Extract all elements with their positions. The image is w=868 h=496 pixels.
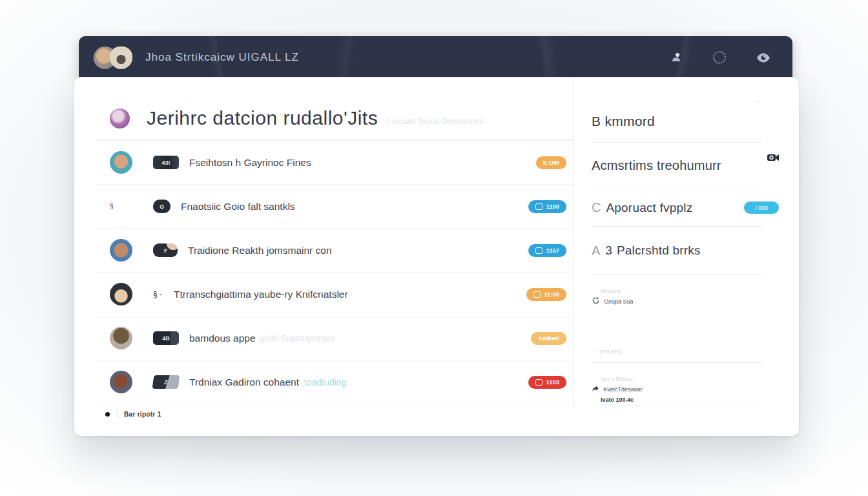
camera-icon[interactable] [767, 152, 780, 165]
user-icon[interactable] [668, 51, 683, 64]
avatar[interactable] [110, 151, 132, 174]
side-panel: → B kmmord Acmsrtims treohumurr C Aporua… [574, 78, 787, 407]
page-title-row: Jerihrc datcion rudallo'Jits i sacamt ih… [96, 78, 574, 140]
row-badge-icon: ⊙ [153, 200, 170, 213]
panel-item-count: 3 [605, 243, 612, 258]
share-icon[interactable] [592, 384, 599, 395]
section-mark: § [110, 203, 132, 210]
arrow-icon[interactable]: → [752, 94, 761, 105]
panel-header: B kmmord [592, 78, 762, 143]
app-window: Jhoa Strtikcaicw UIGALL LZ Jerihrc datci… [74, 36, 799, 436]
row-badge-icon: 43! [153, 156, 179, 169]
main-card: Jerihrc datcion rudallo'Jits i sacamt ih… [74, 78, 799, 436]
section-mark: § - [153, 290, 162, 299]
header-avatar-2[interactable] [110, 46, 132, 69]
row-badge-icon: 4B [153, 331, 179, 345]
eye-icon[interactable] [756, 51, 770, 64]
pill-label: Amber/ [538, 335, 559, 342]
status-pill[interactable]: Amber/ [531, 332, 566, 345]
panel-item-title: Palcrshtd brrks [617, 243, 701, 258]
settings-icon[interactable] [712, 51, 727, 64]
panel-subtext: tims jong [599, 348, 621, 355]
bullet-icon [105, 412, 110, 417]
list-item-title: Ttrranschgiattima yaube-ry Knifcnatsler [174, 289, 348, 300]
list-item[interactable]: § ⊙ Fnaotsiic Goio falt santkls 1100 [96, 184, 574, 228]
status-pill[interactable]: 1103 [528, 376, 566, 389]
window-title: Jhoa Strtikcaicw UIGALL LZ [145, 51, 299, 64]
status-pill[interactable]: 1157 [528, 244, 566, 257]
panel-subtext: Bmaone [601, 288, 621, 294]
avatar[interactable] [110, 283, 132, 305]
avatar[interactable] [110, 239, 132, 262]
list-item-subtext: girah Suptstansmoo [260, 333, 335, 343]
list-item-title: Trdniax Gadiron cohaent [189, 377, 299, 388]
list-item[interactable]: 4B bamdous appe girah Suptstansmoo Amber… [96, 316, 574, 360]
panel-item[interactable]: Spv v BWAur KvetcTdesaoar Ivato 100.4c [592, 363, 762, 406]
header-actions [668, 51, 770, 64]
row-badge-icon: # [153, 243, 178, 257]
list-footer: Bar ripotr 1 [96, 404, 574, 424]
status-pill[interactable]: 11:00 [526, 288, 566, 301]
panel-item-title: Aporuact fvpplz [606, 201, 692, 215]
page-subtitle: i sacamt ihrvod Onmmmmoi [387, 117, 483, 126]
list-item-title: Fseihtosn h Gayrinoc Fines [189, 157, 311, 169]
panel-heading: B kmmord [592, 114, 655, 129]
panel-item[interactable]: Acmsrtims treohumurr [592, 143, 762, 189]
pill-label: 11:00 [544, 291, 559, 298]
page-title: Jerihrc datcion rudallo'Jits [147, 107, 378, 129]
list-item[interactable]: # Traidione Reakth jomsmainr con 1157 [96, 228, 574, 272]
list-item[interactable]: Z Trdniax Gadiron cohaent toadtuding 110… [96, 360, 574, 404]
pill-label: 1157 [546, 247, 559, 254]
avatar[interactable] [110, 371, 132, 393]
panel-item-title: Acmsrtims treohumurr [592, 158, 721, 173]
bracket-icon: C [592, 200, 601, 215]
panel-item[interactable]: Bmaone Geupa Sua tims jong [592, 275, 762, 363]
panel-item[interactable]: C Aporuact fvpplz / 000 [592, 189, 762, 227]
list-item-link[interactable]: toadtuding [304, 377, 346, 388]
status-pill[interactable]: 1100 [528, 200, 566, 213]
avatar[interactable] [110, 327, 132, 349]
panel-subtext: Spv v BWAur [601, 376, 633, 382]
row-badge-icon: Z [152, 375, 180, 389]
pill-icon [535, 379, 542, 386]
pill-icon [533, 291, 541, 298]
header-avatar-group[interactable] [94, 46, 132, 69]
panel-item-label: KvetcTdesaoar [603, 386, 643, 393]
item-list: Jerihrc datcion rudallo'Jits i sacamt ih… [96, 78, 574, 436]
pill-label: 1103 [546, 378, 559, 386]
panel-item-value: Ivato 100.4c [601, 397, 634, 403]
panel-item[interactable]: A 3 Palcrshtd brrks [592, 227, 762, 275]
bell-icon: A [592, 243, 600, 258]
list-item[interactable]: § - Ttrranschgiattima yaube-ry Knifcnats… [96, 272, 574, 316]
list-item-title: Traidione Reakth jomsmainr con [188, 245, 332, 256]
panel-item-label: Geupa Sua [604, 298, 634, 305]
pill-label: E.OW [543, 159, 559, 166]
divider [118, 411, 118, 418]
pill-icon [535, 203, 542, 210]
pill-label: 1100 [546, 203, 559, 210]
list-item-title: Fnaotsiic Goio falt santkls [181, 201, 295, 212]
list-item-title: bamdous appe [189, 333, 256, 344]
app-header: Jhoa Strtikcaicw UIGALL LZ [79, 36, 792, 79]
panel-pill[interactable]: / 000 [744, 202, 779, 214]
status-pill[interactable]: E.OW [536, 156, 566, 169]
page-avatar[interactable] [110, 108, 130, 129]
list-item[interactable]: 43! Fseihtosn h Gayrinoc Fines E.OW [96, 140, 574, 184]
pill-icon [535, 247, 542, 254]
footer-label[interactable]: Bar ripotr 1 [124, 411, 161, 418]
refresh-icon[interactable] [592, 296, 600, 307]
